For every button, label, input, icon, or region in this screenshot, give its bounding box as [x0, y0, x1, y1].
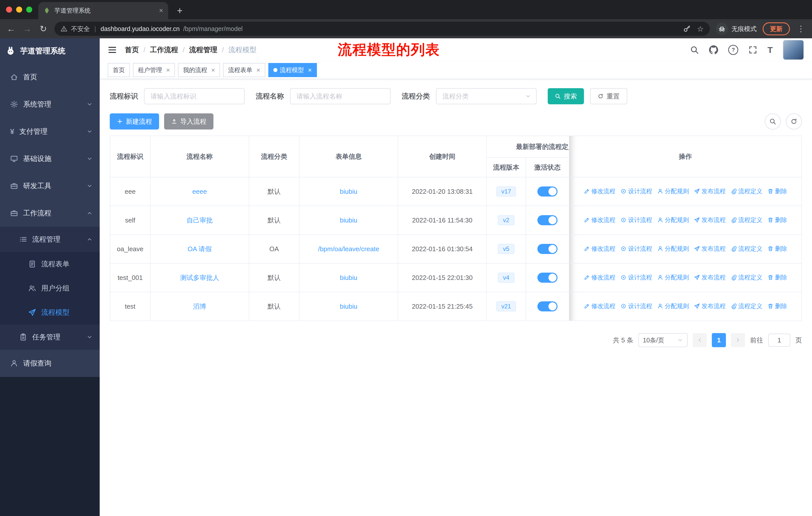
version-badge[interactable]: v5: [498, 244, 514, 254]
font-size-icon[interactable]: T: [767, 45, 773, 55]
fullscreen-icon[interactable]: [748, 45, 757, 54]
sidebar-item-process-model[interactable]: 流程模型: [0, 300, 100, 325]
search-button[interactable]: 搜索: [548, 88, 584, 104]
sidebar-item-task-mgmt[interactable]: 任务管理: [0, 325, 100, 350]
help-icon[interactable]: ?: [728, 45, 738, 55]
action-assign-rule[interactable]: 分配规则: [657, 187, 689, 195]
tab-close-icon[interactable]: ×: [159, 6, 163, 15]
sidebar-item-payment[interactable]: ¥ 支付管理: [0, 118, 100, 145]
action-publish-process[interactable]: 发布流程: [694, 216, 726, 224]
process-name-link[interactable]: 滔博: [193, 303, 206, 310]
sidebar-item-user-group[interactable]: 用户分组: [0, 276, 100, 300]
action-process-definition[interactable]: 流程定义: [731, 302, 762, 310]
sidebar-item-system[interactable]: 系统管理: [0, 91, 100, 118]
action-publish-process[interactable]: 发布流程: [694, 302, 726, 310]
reset-button[interactable]: 重置: [590, 88, 627, 104]
action-design-process[interactable]: 设计流程: [620, 302, 652, 310]
breadcrumb-item-process-mgmt[interactable]: 流程管理: [189, 45, 218, 55]
action-process-definition[interactable]: 流程定义: [731, 216, 762, 224]
sidebar-toggle-button[interactable]: [108, 45, 117, 54]
refresh-table-button[interactable]: [786, 113, 802, 130]
forward-button[interactable]: →: [22, 24, 32, 34]
tag-process-form[interactable]: 流程表单 ×: [223, 63, 265, 77]
action-design-process[interactable]: 设计流程: [620, 216, 652, 224]
action-delete[interactable]: 删除: [767, 216, 787, 224]
tag-close-icon[interactable]: ×: [166, 66, 170, 74]
action-process-definition[interactable]: 流程定义: [731, 187, 762, 195]
form-link[interactable]: biubiu: [340, 216, 357, 224]
action-design-process[interactable]: 设计流程: [620, 187, 652, 195]
traffic-light-close[interactable]: [6, 6, 12, 12]
sidebar-item-home[interactable]: 首页: [0, 63, 100, 91]
traffic-light-minimize[interactable]: [16, 6, 22, 12]
sidebar-item-process-form[interactable]: 流程表单: [0, 252, 100, 276]
update-button[interactable]: 更新: [763, 22, 790, 35]
form-link[interactable]: biubiu: [340, 188, 357, 195]
url-bar[interactable]: 不安全 | dashboard.yudao.iocoder.cn/bpm/man…: [54, 22, 710, 36]
form-link[interactable]: /bpm/oa/leave/create: [318, 245, 379, 253]
import-process-button[interactable]: 导入流程: [164, 113, 213, 130]
action-design-process[interactable]: 设计流程: [620, 273, 652, 281]
action-publish-process[interactable]: 发布流程: [694, 187, 726, 195]
sidebar-item-leave-query[interactable]: 请假查询: [0, 350, 100, 377]
back-button[interactable]: ←: [6, 24, 16, 34]
action-edit-process[interactable]: 修改流程: [584, 245, 615, 253]
tag-my-process[interactable]: 我的流程 ×: [178, 63, 220, 77]
browser-tab[interactable]: 芋道管理系统 ×: [38, 2, 168, 19]
action-process-definition[interactable]: 流程定义: [731, 245, 762, 253]
sidebar-item-devtools[interactable]: 研发工具: [0, 172, 100, 199]
prev-page-button[interactable]: [693, 333, 707, 347]
page-size-select[interactable]: 10条/页: [638, 333, 688, 347]
tag-close-icon[interactable]: ×: [211, 66, 215, 74]
toggle-search-button[interactable]: [765, 113, 781, 130]
process-name-link[interactable]: eeee: [192, 188, 207, 195]
process-name-input[interactable]: [290, 88, 390, 104]
bookmark-star-icon[interactable]: ☆: [697, 24, 704, 33]
action-delete[interactable]: 删除: [767, 187, 787, 195]
github-icon[interactable]: [709, 45, 718, 54]
action-process-definition[interactable]: 流程定义: [731, 273, 762, 281]
key-icon[interactable]: [683, 25, 691, 33]
breadcrumb-item-home[interactable]: 首页: [125, 45, 139, 55]
version-badge[interactable]: v21: [496, 301, 516, 311]
active-switch[interactable]: [538, 301, 557, 311]
process-name-link[interactable]: 测试多审批人: [180, 274, 219, 281]
action-delete[interactable]: 删除: [767, 245, 787, 253]
page-1-button[interactable]: 1: [712, 333, 726, 347]
action-assign-rule[interactable]: 分配规则: [657, 245, 689, 253]
version-badge[interactable]: v17: [496, 186, 516, 196]
version-badge[interactable]: v4: [498, 273, 514, 283]
active-switch[interactable]: [538, 244, 557, 254]
action-edit-process[interactable]: 修改流程: [584, 273, 615, 281]
action-design-process[interactable]: 设计流程: [620, 245, 652, 253]
form-link[interactable]: biubiu: [340, 303, 357, 310]
action-assign-rule[interactable]: 分配规则: [657, 216, 689, 224]
action-assign-rule[interactable]: 分配规则: [657, 302, 689, 310]
process-id-input[interactable]: [144, 88, 245, 104]
goto-page-input[interactable]: [768, 333, 790, 347]
reload-button[interactable]: ↻: [38, 24, 48, 34]
create-process-button[interactable]: 新建流程: [110, 113, 159, 130]
new-tab-button[interactable]: +: [172, 3, 187, 18]
process-category-select[interactable]: 流程分类: [436, 88, 536, 104]
action-delete[interactable]: 删除: [767, 302, 787, 310]
tag-close-icon[interactable]: ×: [256, 66, 260, 74]
action-delete[interactable]: 删除: [767, 273, 787, 281]
next-page-button[interactable]: [731, 333, 745, 347]
action-edit-process[interactable]: 修改流程: [584, 187, 615, 195]
tag-process-model[interactable]: 流程模型 ×: [268, 63, 317, 77]
active-switch[interactable]: [538, 186, 557, 196]
sidebar-item-infra[interactable]: 基础设施: [0, 145, 100, 172]
process-name-link[interactable]: OA 请假: [187, 245, 211, 253]
action-assign-rule[interactable]: 分配规则: [657, 273, 689, 281]
sidebar-item-process-mgmt[interactable]: 流程管理: [0, 227, 100, 252]
active-switch[interactable]: [538, 215, 557, 225]
tag-close-icon[interactable]: ×: [308, 66, 312, 74]
browser-menu-icon[interactable]: ⋮: [796, 24, 806, 33]
avatar[interactable]: [783, 40, 804, 60]
action-publish-process[interactable]: 发布流程: [694, 245, 726, 253]
action-edit-process[interactable]: 修改流程: [584, 302, 615, 310]
action-edit-process[interactable]: 修改流程: [584, 216, 615, 224]
search-icon[interactable]: [690, 45, 699, 54]
version-badge[interactable]: v2: [498, 215, 514, 225]
